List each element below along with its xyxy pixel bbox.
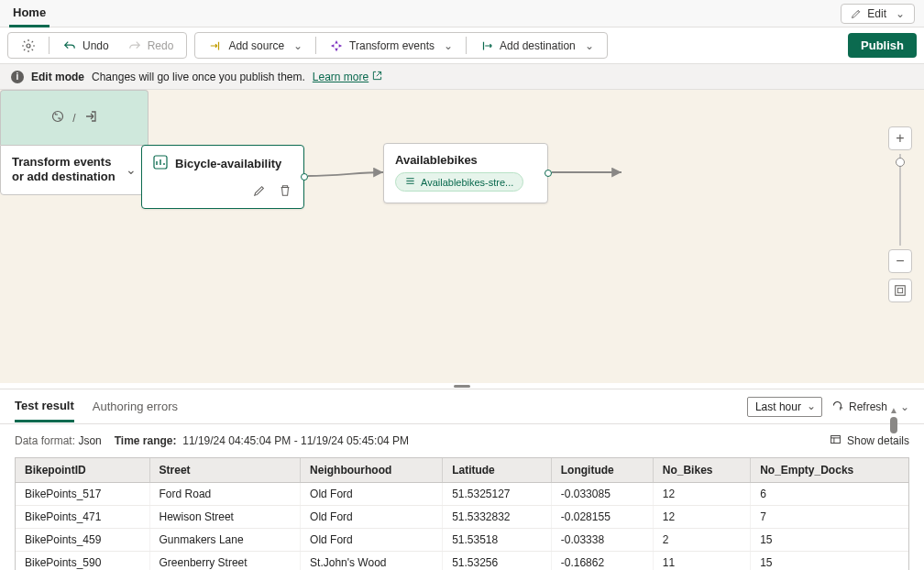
table-row[interactable]: BikePoints_459Gunmakers LaneOld Ford51.5… (16, 529, 908, 552)
target-prompt: Transform events or add destination (12, 155, 118, 185)
zoom-in-button[interactable]: + (888, 126, 912, 150)
col-header[interactable]: Latitude (443, 458, 552, 483)
add-source-button[interactable]: Add source ⌄ (201, 35, 310, 57)
vertical-scrollbar[interactable]: ▲ (889, 405, 898, 433)
chevron-down-icon: ⌄ (293, 39, 302, 52)
node-target-placeholder[interactable]: / Transform events or add destination ⌄ (0, 90, 148, 195)
col-header[interactable]: Neighbourhood (301, 458, 443, 483)
tab-authoring-errors[interactable]: Authoring errors (93, 392, 178, 421)
cell: Greenberry Street (149, 552, 301, 571)
slash-separator: / (72, 112, 75, 125)
cell: 7 (751, 506, 908, 529)
col-header[interactable]: No_Bikes (653, 458, 750, 483)
cell: Old Ford (301, 483, 443, 506)
cell: BikePoints_459 (16, 529, 149, 552)
tab-home[interactable]: Home (9, 0, 50, 27)
edit-dropdown[interactable]: Edit ⌄ (841, 4, 915, 24)
cell: 15 (751, 552, 908, 571)
node-operation[interactable]: Availablebikes Availablebikes-stre... (383, 143, 548, 203)
cell: 11 (653, 552, 750, 571)
cell: Old Ford (301, 506, 443, 529)
publish-button[interactable]: Publish (848, 33, 917, 58)
cell: 51.5325127 (443, 483, 552, 506)
settings-button[interactable] (14, 35, 43, 57)
external-link-icon (372, 71, 382, 83)
results-table: BikepointIDStreetNeighbourhoodLatitudeLo… (16, 458, 908, 570)
scroll-thumb[interactable] (890, 417, 897, 433)
table-row[interactable]: BikePoints_517Ford RoadOld Ford51.532512… (16, 483, 908, 506)
cell: -0.16862 (551, 552, 653, 571)
add-source-icon (208, 38, 223, 53)
cell: Ford Road (149, 483, 301, 506)
zoom-thumb[interactable] (896, 158, 905, 167)
cell: 12 (653, 483, 750, 506)
learn-more-link[interactable]: Learn more (313, 71, 382, 83)
transform-icon (329, 38, 344, 53)
top-bar: Home Edit ⌄ (0, 0, 924, 27)
col-header[interactable]: Street (149, 458, 301, 483)
table-row[interactable]: BikePoints_590Greenberry StreetSt.John's… (16, 552, 908, 571)
refresh-icon (831, 400, 843, 414)
chevron-down-icon[interactable]: ⌄ (900, 400, 909, 413)
node-source[interactable]: Bicycle-availability (141, 145, 304, 209)
time-range-label: Time range: (115, 434, 177, 447)
undo-button[interactable]: Undo (55, 35, 116, 57)
info-bar: i Edit mode Changes will go live once yo… (0, 64, 924, 90)
edit-node-button[interactable] (250, 181, 269, 200)
node-op-title: Availablebikes (395, 153, 536, 167)
svg-rect-3 (896, 286, 906, 296)
cell: St.John's Wood (301, 552, 443, 571)
chevron-down-icon: ⌄ (585, 39, 594, 52)
refresh-button[interactable]: Refresh (831, 400, 887, 414)
toolbar: Undo Redo Add source ⌄ Transform events … (0, 27, 924, 64)
delete-node-button[interactable] (276, 181, 294, 200)
cell: 6 (751, 483, 908, 506)
chart-icon (153, 155, 168, 172)
cell: Hewison Street (149, 506, 301, 529)
scroll-up-icon: ▲ (889, 405, 898, 415)
table-row[interactable]: BikePoints_471Hewison StreetOld Ford51.5… (16, 506, 908, 529)
pencil-icon (851, 8, 862, 19)
svg-point-0 (27, 44, 30, 48)
col-header[interactable]: Longitude (551, 458, 653, 483)
edit-mode-label: Edit mode (31, 71, 84, 83)
chevron-down-icon: ⌄ (444, 39, 453, 52)
col-header[interactable]: BikepointID (16, 458, 149, 483)
data-format-value: Json (78, 434, 101, 447)
info-message: Changes will go live once you publish th… (92, 71, 305, 83)
undo-icon (62, 38, 77, 53)
zoom-out-button[interactable]: − (888, 249, 912, 273)
fit-to-screen-button[interactable] (888, 279, 912, 302)
chevron-down-icon[interactable]: ⌄ (126, 162, 137, 177)
chevron-down-icon: ⌄ (896, 7, 905, 20)
svg-rect-5 (831, 435, 841, 443)
data-format-label: Data format: (15, 434, 75, 447)
svg-point-2 (53, 112, 63, 122)
tab-test-result[interactable]: Test result (15, 391, 74, 422)
svg-rect-4 (897, 288, 902, 292)
col-header[interactable]: No_Empty_Docks (751, 458, 908, 483)
info-icon: i (11, 71, 24, 83)
gear-icon (21, 38, 36, 53)
operation-chip[interactable]: Availablebikes-stre... (395, 172, 523, 192)
transform-events-button[interactable]: Transform events ⌄ (322, 35, 460, 57)
add-destination-button[interactable]: Add destination ⌄ (472, 35, 601, 57)
details-icon (830, 433, 842, 448)
destination-icon (83, 109, 98, 126)
pipeline-canvas[interactable]: Bicycle-availability Availablebikes Avai… (0, 90, 924, 383)
zoom-slider[interactable] (899, 154, 901, 246)
cell: 2 (653, 529, 750, 552)
manage-fields-icon (405, 176, 415, 188)
edit-label: Edit (867, 7, 886, 20)
time-range-dropdown[interactable]: Last hour (747, 397, 822, 417)
results-table-wrap: BikepointIDStreetNeighbourhoodLatitudeLo… (15, 457, 909, 570)
cell: 51.5332832 (443, 506, 552, 529)
add-destination-icon (479, 38, 494, 53)
cell: 51.53518 (443, 529, 552, 552)
output-port[interactable] (544, 170, 552, 177)
show-details-button[interactable]: Show details (830, 433, 909, 448)
cell: BikePoints_590 (16, 552, 149, 571)
redo-button[interactable]: Redo (120, 35, 182, 57)
output-port[interactable] (301, 173, 308, 181)
redo-icon (127, 38, 142, 53)
